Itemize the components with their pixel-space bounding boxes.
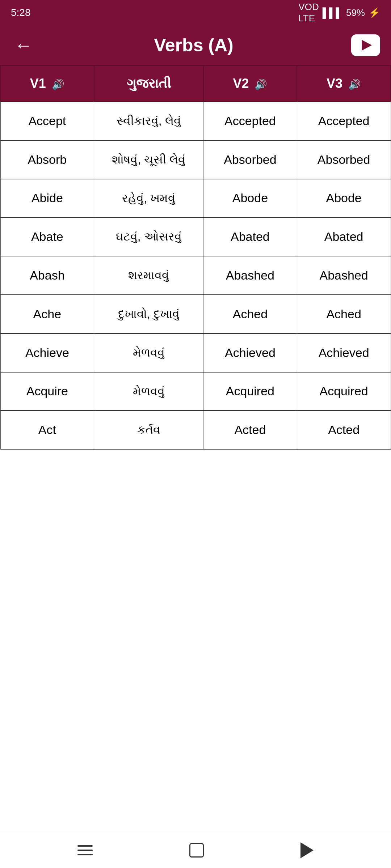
verbs-table: V1 🔊 ગુજરાતી V2 🔊 V3 🔊 Accept સ્વીકારવું… — [0, 65, 391, 450]
cell-v1: Abate — [0, 217, 94, 256]
cell-gujarati: કર્તવ — [94, 410, 203, 449]
header-v2[interactable]: V2 🔊 — [203, 65, 297, 102]
table-row: Abide રહેવું, ખમવું Abode Abode — [0, 179, 391, 218]
cell-v3: Achieved — [297, 333, 391, 372]
cell-v2: Ached — [203, 295, 297, 333]
youtube-button[interactable] — [351, 34, 380, 56]
cell-v2: Acquired — [203, 372, 297, 411]
cell-v1: Abide — [0, 179, 94, 218]
cell-v2: Achieved — [203, 333, 297, 372]
cell-v1: Ache — [0, 295, 94, 333]
table-row: Absorb શોષવું, ચૂસી લેવું Absorbed Absor… — [0, 140, 391, 179]
cell-v1: Act — [0, 410, 94, 449]
back-button[interactable]: ← — [11, 31, 36, 59]
header-v3[interactable]: V3 🔊 — [297, 65, 391, 102]
cell-gujarati: ઘટવું, ઓસરવું — [94, 217, 203, 256]
cell-v2: Acted — [203, 410, 297, 449]
menu-button[interactable] — [77, 845, 93, 855]
signal-icon: VODLTE — [298, 1, 319, 24]
cell-v1: Acquire — [0, 372, 94, 411]
v3-audio-icon[interactable]: 🔊 — [348, 78, 361, 90]
menu-line — [77, 850, 93, 851]
verbs-table-container: V1 🔊 ગુજરાતી V2 🔊 V3 🔊 Accept સ્વીકારવું… — [0, 65, 391, 832]
cell-v2: Abode — [203, 179, 297, 218]
cell-gujarati: રહેવું, ખમવું — [94, 179, 203, 218]
header-gujarati: ગુજરાતી — [94, 65, 203, 102]
cell-gujarati: મેળવવું — [94, 333, 203, 372]
table-row: Abash શરમાવવું Abashed Abashed — [0, 256, 391, 295]
cell-v3: Abashed — [297, 256, 391, 295]
table-row: Acquire મેળવવું Acquired Acquired — [0, 372, 391, 411]
cell-v3: Abode — [297, 179, 391, 218]
status-bar: 5:28 VODLTE ▌▌▌ 59% ⚡ — [0, 0, 391, 25]
v1-audio-icon[interactable]: 🔊 — [52, 78, 64, 90]
status-time: 5:28 — [11, 7, 31, 18]
battery-icon: ⚡ — [369, 7, 380, 18]
cell-v1: Abash — [0, 256, 94, 295]
menu-line — [77, 854, 93, 855]
table-header-row: V1 🔊 ગુજરાતી V2 🔊 V3 🔊 — [0, 65, 391, 102]
home-button[interactable] — [189, 843, 204, 858]
cell-gujarati: સ્વીકારવું, લેવું — [94, 102, 203, 140]
toolbar: ← Verbs (A) — [0, 25, 391, 65]
cell-gujarati: શોષવું, ચૂસી લેવું — [94, 140, 203, 179]
cell-v1: Accept — [0, 102, 94, 140]
signal-bars: ▌▌▌ — [323, 7, 342, 18]
cell-gujarati: શરમાવવું — [94, 256, 203, 295]
cell-v2: Abashed — [203, 256, 297, 295]
table-row: Achieve મેળવવું Achieved Achieved — [0, 333, 391, 372]
menu-line — [77, 845, 93, 847]
table-row: Ache દુખાવો, દુખાવું Ached Ached — [0, 295, 391, 333]
cell-v2: Absorbed — [203, 140, 297, 179]
cell-v2: Accepted — [203, 102, 297, 140]
cell-gujarati: મેળવવું — [94, 372, 203, 411]
table-row: Abate ઘટવું, ઓસરવું Abated Abated — [0, 217, 391, 256]
cell-v3: Acquired — [297, 372, 391, 411]
cell-v1: Achieve — [0, 333, 94, 372]
cell-v3: Accepted — [297, 102, 391, 140]
table-row: Accept સ્વીકારવું, લેવું Accepted Accept… — [0, 102, 391, 140]
cell-v3: Acted — [297, 410, 391, 449]
v2-audio-icon[interactable]: 🔊 — [255, 78, 267, 90]
table-row: Act કર્તવ Acted Acted — [0, 410, 391, 449]
cell-v1: Absorb — [0, 140, 94, 179]
cell-v3: Ached — [297, 295, 391, 333]
cell-v3: Abated — [297, 217, 391, 256]
cell-v2: Abated — [203, 217, 297, 256]
status-right: VODLTE ▌▌▌ 59% ⚡ — [298, 1, 380, 24]
back-nav-button[interactable] — [300, 842, 314, 858]
header-v1[interactable]: V1 🔊 — [0, 65, 94, 102]
youtube-icon — [362, 40, 372, 51]
battery-level: 59% — [346, 7, 365, 18]
page-title: Verbs (A) — [36, 35, 351, 56]
cell-v3: Absorbed — [297, 140, 391, 179]
navigation-bar — [0, 832, 391, 868]
cell-gujarati: દુખાવો, દુખાવું — [94, 295, 203, 333]
